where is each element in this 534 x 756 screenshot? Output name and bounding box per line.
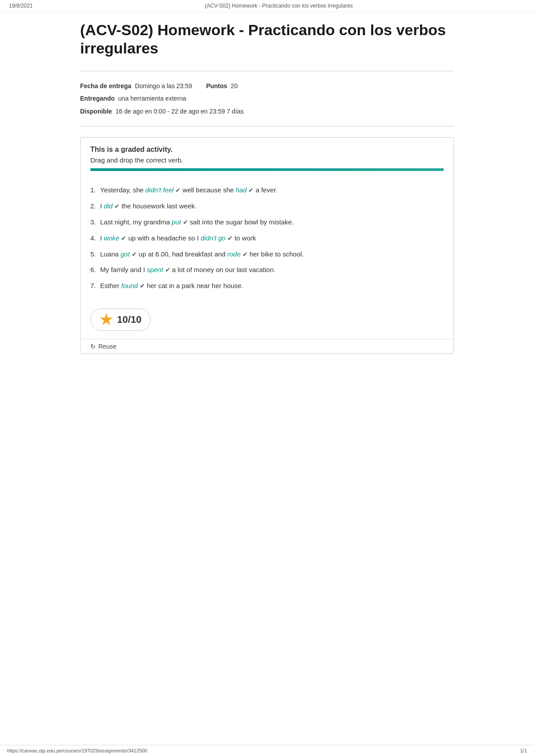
sentence-5-part-2: up at 6.00, had breakfast and [139, 248, 226, 260]
page-content: (ACV-S02) Homework - Practicando con los… [67, 12, 467, 385]
fecha-value: Domingo a las 23:59 [135, 80, 192, 92]
sentence-6-part-2: a lot of money on our last vacation. [172, 264, 276, 276]
sentence-5-answer-1: got [121, 248, 130, 260]
activity-box: This is a graded activity. Drag and drop… [80, 137, 454, 354]
sentence-6-check-1: ✔ [165, 265, 170, 276]
reuse-label[interactable]: Reuse [98, 343, 116, 350]
sentence-4-part-3: to work [235, 232, 256, 244]
meta-fecha-row: Fecha de entrega Domingo a las 23:59 Pun… [80, 80, 454, 92]
sentence-4-answer-2: didn't go [201, 232, 226, 244]
sentence-4-answer-1: woke [104, 232, 119, 244]
sentence-5-part-3: her bike to school. [250, 248, 304, 260]
divider-top [80, 71, 454, 71]
sentence-2-answer-1: did [104, 200, 113, 212]
page-title: (ACV-S02) Homework - Practicando con los… [80, 21, 454, 57]
topbar-date: 19/8/2021 [9, 3, 32, 9]
sentence-1-check-2: ✔ [248, 185, 254, 196]
sentence-3: 3. Last night, my grandma put ✔ salt int… [90, 216, 444, 228]
meta-entregando-row: Entregando una herramienta externa [80, 93, 454, 105]
meta-section: Fecha de entrega Domingo a las 23:59 Pun… [80, 80, 454, 118]
sentence-4-part-2: up with a headache so I [128, 232, 198, 244]
sentence-6: 6. My family and I spent ✔ a lot of mone… [90, 264, 444, 276]
disponible-value: 16 de ago en 0:00 - 22 de ago en 23:59 7… [116, 106, 244, 118]
sentence-2-part-2: the housework last week. [121, 200, 196, 212]
top-bar: 19/8/2021 (ACV-S02) Homework - Practican… [0, 0, 534, 12]
score-value: 10/10 [117, 314, 142, 325]
sentence-5: 5. Luana got ✔ up at 6.00, had breakfast… [90, 248, 444, 260]
entregando-label: Entregando [80, 93, 115, 105]
sentence-1-part-2: well because she [182, 184, 234, 196]
sentence-4-check-1: ✔ [121, 233, 126, 244]
sentence-5-number: 5. [90, 248, 98, 260]
sentence-1-part-3: a fever. [255, 184, 277, 196]
sentence-5-answer-2: rode [227, 248, 241, 260]
sentence-4: 4. I woke ✔ up with a headache so I didn… [90, 232, 444, 244]
sentence-6-answer-1: spent [147, 264, 163, 276]
sentence-7-part-1: Esther [100, 280, 119, 292]
sentence-3-number: 3. [90, 216, 98, 228]
sentence-4-part-1: I [100, 232, 102, 244]
disponible-label: Disponible [80, 106, 112, 118]
fecha-label: Fecha de entrega [80, 80, 131, 92]
reuse-icon: ↻ [90, 343, 96, 350]
topbar-title: (ACV-S02) Homework - Practicando con los… [205, 3, 353, 9]
sentence-1-answer-1: didn't feel [146, 184, 174, 196]
sentence-7-number: 7. [90, 280, 98, 292]
activity-header: This is a graded activity. Drag and drop… [81, 138, 453, 175]
sentence-6-number: 6. [90, 264, 98, 276]
sentence-6-part-1: My family and I [100, 264, 145, 276]
sentence-3-part-2: salt into the sugar bowl by mistake. [190, 216, 294, 228]
divider-bottom [80, 126, 454, 126]
sentence-2: 2. I did ✔ the housework last week. [90, 200, 444, 212]
sentence-3-check-1: ✔ [183, 217, 188, 228]
sentence-2-check-1: ✔ [114, 201, 120, 212]
score-badge: ★ 10/10 [90, 309, 151, 331]
sentence-2-part-1: I [100, 200, 102, 212]
sentence-7-check-1: ✔ [140, 281, 145, 292]
sentence-1-part-1: Yesterday, she [100, 184, 144, 196]
sentence-1-number: 1. [90, 184, 98, 196]
sentence-2-number: 2. [90, 200, 98, 212]
puntos-value: 20 [231, 80, 238, 92]
sentence-5-check-2: ✔ [243, 249, 248, 260]
sentence-1-answer-2: had [235, 184, 247, 196]
teal-bar [90, 168, 444, 171]
sentence-4-number: 4. [90, 232, 98, 244]
sentence-3-part-1: Last night, my grandma [100, 216, 170, 228]
sentence-1: 1. Yesterday, she didn't feel ✔ well bec… [90, 184, 444, 196]
sentence-5-part-1: Luana [100, 248, 119, 260]
sentence-3-answer-1: put [172, 216, 181, 228]
puntos-label: Puntos [206, 80, 227, 92]
meta-disponible-row: Disponible 16 de ago en 0:00 - 22 de ago… [80, 106, 454, 118]
star-icon: ★ [100, 313, 113, 327]
score-section: ★ 10/10 [81, 302, 453, 339]
entregando-value: una herramienta externa [118, 93, 186, 105]
sentences-section: 1. Yesterday, she didn't feel ✔ well bec… [81, 175, 453, 302]
sentence-5-check-1: ✔ [132, 249, 137, 260]
sentence-4-check-2: ✔ [227, 233, 233, 244]
reuse-section[interactable]: ↻ Reuse [81, 339, 453, 354]
activity-instruction: Drag and drop the correct verb. [90, 156, 444, 164]
sentence-7-answer-1: found [121, 280, 138, 292]
sentence-1-check-1: ✔ [175, 185, 181, 196]
sentence-7: 7. Esther found ✔ her cat in a park near… [90, 280, 444, 292]
sentence-7-part-2: her cat in a park near her house. [147, 280, 243, 292]
activity-graded-title: This is a graded activity. [90, 146, 444, 154]
